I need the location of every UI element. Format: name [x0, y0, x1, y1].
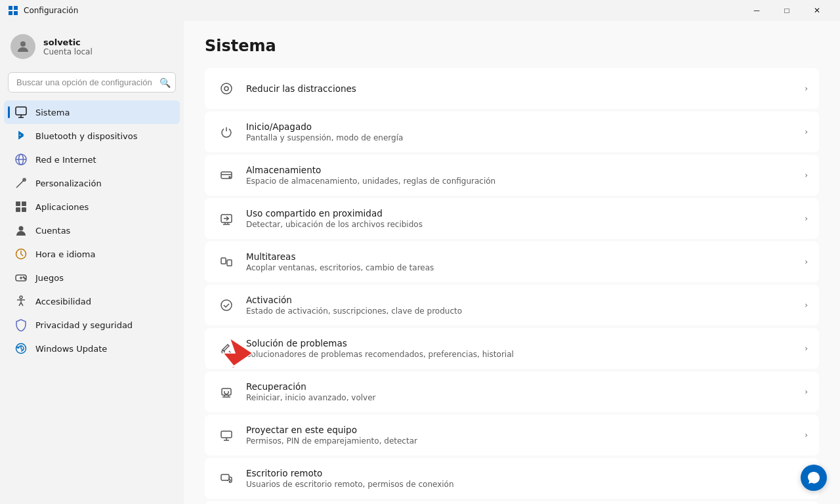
windows-update-icon: [14, 342, 28, 355]
avatar: [10, 34, 35, 59]
settings-content-almacenamiento: Almacenamiento Espacio de almacenamiento…: [246, 165, 805, 186]
settings-item-activacion[interactable]: Activación Estado de activación, suscrip…: [205, 285, 819, 326]
svg-rect-42: [221, 474, 229, 480]
settings-item-desc-almacenamiento: Espacio de almacenamiento, unidades, reg…: [246, 177, 805, 186]
settings-content-recuperacion: Recuperación Reiniciar, inicio avanzado,…: [246, 381, 805, 402]
svg-point-4: [20, 41, 26, 47]
maximize-button[interactable]: □: [772, 0, 802, 21]
svg-point-30: [229, 177, 230, 178]
settings-content-escritorio-remoto: Escritorio remoto Usuarios de escritorio…: [246, 468, 805, 489]
chevron-icon-reducir: ›: [805, 84, 808, 93]
settings-icon-solucion-problemas: [216, 338, 237, 359]
svg-rect-39: [221, 431, 232, 438]
settings-title-multitareas: Multitareas: [246, 251, 805, 262]
svg-rect-1: [14, 6, 18, 10]
svg-point-22: [24, 278, 26, 280]
settings-item-inicio-apagado[interactable]: Inicio/Apagado Pantalla y suspensión, mo…: [205, 112, 819, 152]
sidebar-item-sistema[interactable]: Sistema: [4, 100, 180, 124]
settings-item-recuperacion[interactable]: Recuperación Reiniciar, inicio avanzado,…: [205, 371, 819, 412]
settings-content-activacion: Activación Estado de activación, suscrip…: [246, 295, 805, 316]
sidebar-item-accesibilidad[interactable]: Accesibilidad: [4, 289, 180, 313]
settings-item-desc-activacion: Estado de activación, suscripciones, cla…: [246, 306, 805, 316]
chevron-icon-activacion: ›: [805, 301, 808, 310]
settings-item-proyectar[interactable]: Proyectar en este equipo Permisos, PIN d…: [205, 415, 819, 455]
aplicaciones-icon: [14, 200, 28, 213]
user-info: solvetic Cuenta local: [43, 37, 93, 56]
minimize-button[interactable]: ─: [742, 0, 772, 21]
app-icon: [8, 5, 18, 16]
settings-title-recuperacion: Recuperación: [246, 381, 805, 392]
personalizacion-icon: [14, 177, 28, 190]
settings-content-solucion-problemas: Solución de problemas Solucionadores de …: [246, 338, 805, 359]
settings-icon-inicio-apagado: [216, 121, 237, 142]
settings-item-solucion-problemas[interactable]: Solución de problemas Solucionadores de …: [205, 328, 819, 369]
search-icon: 🔍: [159, 77, 171, 88]
chevron-icon-multitareas: ›: [805, 257, 808, 266]
sidebar-item-aplicaciones[interactable]: Aplicaciones: [4, 195, 180, 219]
settings-item-almacenamiento[interactable]: Almacenamiento Espacio de almacenamiento…: [205, 155, 819, 196]
sidebar-item-cuentas[interactable]: Cuentas: [4, 219, 180, 242]
settings-icon-recuperacion: [216, 381, 237, 402]
svg-rect-33: [221, 258, 226, 264]
svg-rect-12: [16, 201, 20, 206]
cuentas-icon: [14, 224, 28, 237]
nav-list: Sistema Bluetooth y dispositivos Red e I…: [0, 100, 184, 360]
settings-icon-uso-compartido: [216, 208, 237, 229]
settings-item-multitareas[interactable]: Multitareas Acoplar ventanas, escritorio…: [205, 242, 819, 282]
chevron-icon-uso-compartido: ›: [805, 214, 808, 223]
nav-label-aplicaciones: Aplicaciones: [35, 202, 89, 212]
svg-rect-2: [9, 11, 12, 15]
settings-item-desc-solucion-problemas: Solucionadores de problemas recomendados…: [246, 350, 805, 359]
nav-label-accesibilidad: Accesibilidad: [35, 297, 91, 306]
settings-title-uso-compartido: Uso compartido en proximidad: [246, 208, 805, 219]
sidebar-item-privacidad[interactable]: Privacidad y seguridad: [4, 313, 180, 337]
search-input[interactable]: [8, 72, 176, 93]
settings-item-reducir[interactable]: Reducir las distracciones ›: [205, 68, 819, 109]
bluetooth-icon: [14, 129, 28, 142]
active-indicator: [8, 106, 10, 118]
settings-item-uso-compartido[interactable]: Uso compartido en proximidad Detectar, u…: [205, 198, 819, 239]
nav-label-bluetooth: Bluetooth y dispositivos: [35, 131, 137, 141]
user-section[interactable]: solvetic Cuenta local: [0, 26, 184, 72]
settings-icon-reducir: [216, 78, 237, 99]
settings-icon-activacion: [216, 295, 237, 316]
main-content: Sistema Reducir las distracciones › Inic…: [184, 21, 840, 504]
sidebar-item-hora[interactable]: Hora e idioma: [4, 242, 180, 266]
svg-point-27: [224, 87, 228, 91]
svg-point-21: [23, 277, 24, 278]
svg-rect-15: [22, 207, 26, 212]
svg-point-23: [20, 296, 22, 299]
nav-label-personalizacion: Personalización: [35, 178, 102, 188]
hora-icon: [14, 247, 28, 261]
settings-content-multitareas: Multitareas Acoplar ventanas, escritorio…: [246, 251, 805, 272]
close-button[interactable]: ✕: [802, 0, 832, 21]
settings-title-solucion-problemas: Solución de problemas: [246, 338, 805, 348]
settings-item-desc-uso-compartido: Detectar, ubicación de los archivos reci…: [246, 220, 805, 229]
sidebar-item-windows-update[interactable]: Windows Update: [4, 337, 180, 360]
sidebar-item-bluetooth[interactable]: Bluetooth y dispositivos: [4, 124, 180, 148]
settings-item-portapapeles[interactable]: Portapapeles Historial de cortar y copia…: [205, 501, 819, 504]
nav-label-privacidad: Privacidad y seguridad: [35, 320, 133, 330]
privacidad-icon: [14, 318, 28, 331]
juegos-icon: [14, 271, 28, 284]
svg-point-26: [221, 83, 232, 94]
nav-label-juegos: Juegos: [35, 273, 64, 283]
svg-point-35: [221, 300, 232, 310]
svg-rect-0: [9, 6, 12, 10]
settings-content-proyectar: Proyectar en este equipo Permisos, PIN d…: [246, 425, 805, 446]
settings-icon-almacenamiento: [216, 165, 237, 186]
sidebar-item-juegos[interactable]: Juegos: [4, 266, 180, 289]
svg-rect-3: [14, 11, 18, 15]
settings-item-escritorio-remoto[interactable]: Escritorio remoto Usuarios de escritorio…: [205, 458, 819, 499]
chevron-icon-proyectar: ›: [805, 430, 808, 440]
sidebar-item-red[interactable]: Red e Internet: [4, 148, 180, 171]
settings-title-activacion: Activación: [246, 295, 805, 305]
chat-button[interactable]: [801, 465, 827, 491]
window-controls: ─ □ ✕: [742, 0, 832, 21]
settings-icon-escritorio-remoto: [216, 468, 237, 489]
red-icon: [14, 153, 28, 166]
nav-label-windows-update: Windows Update: [35, 344, 107, 354]
nav-label-cuentas: Cuentas: [35, 226, 70, 236]
sidebar-item-personalizacion[interactable]: Personalización: [4, 171, 180, 195]
search-box: 🔍: [8, 72, 176, 93]
